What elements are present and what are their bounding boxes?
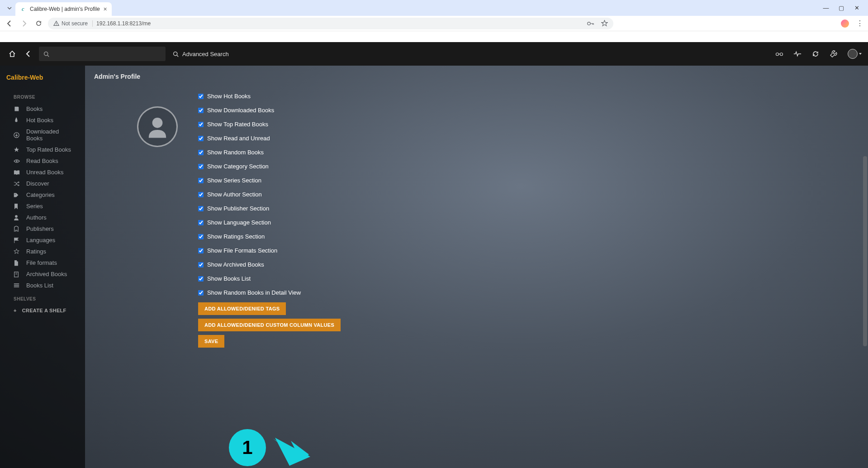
checkbox-show-books-list[interactable] (198, 276, 204, 282)
checkbox-row-show-file-formats-section: Show File Formats Section (198, 244, 605, 258)
checkbox-show-series-section[interactable] (198, 178, 204, 183)
search-input[interactable] (39, 47, 166, 61)
scrollbar-thumb[interactable] (863, 156, 867, 346)
annotation-arrow-icon (266, 430, 316, 466)
browse-section-label: BROWSE (0, 89, 85, 103)
sidebar-item-label: Languages (26, 237, 55, 244)
checkbox-show-language-section[interactable] (198, 220, 204, 225)
refresh-icon[interactable] (811, 50, 820, 58)
add-allowed-denied-columns-button[interactable]: ADD ALLOWED/DENIED CUSTOM COLUMN VALUES (198, 319, 341, 331)
user-avatar-icon (848, 49, 858, 59)
maximize-icon[interactable]: ▢ (838, 5, 844, 11)
star-o-icon (14, 248, 20, 254)
home-icon[interactable] (6, 48, 18, 60)
sidebar-item-label: Discover (26, 180, 49, 187)
heartbeat-icon[interactable] (793, 50, 802, 58)
advanced-search-label: Advanced Search (182, 51, 229, 57)
checkbox-label: Show Books List (207, 275, 251, 282)
add-allowed-denied-tags-button[interactable]: ADD ALLOWED/DENIED TAGS (198, 302, 286, 315)
svg-point-1 (56, 24, 57, 25)
sidebar-item-books[interactable]: Books (0, 103, 85, 115)
search-icon (43, 51, 49, 57)
sidebar-item-read-books[interactable]: Read Books (0, 155, 85, 167)
sidebar-item-top-rated-books[interactable]: Top Rated Books (0, 144, 85, 155)
checkbox-row-show-random-books-in-detail-view: Show Random Books in Detail View (198, 286, 605, 300)
header-back-icon[interactable] (23, 48, 34, 60)
sidebar-item-unread-books[interactable]: Unread Books (0, 167, 85, 178)
checkbox-label: Show File Formats Section (207, 247, 277, 254)
sidebar-item-label: Hot Books (26, 117, 53, 124)
sidebar-item-label: Categories (26, 191, 55, 198)
svg-point-2 (588, 22, 590, 24)
window-controls: — ▢ ✕ (823, 5, 868, 16)
chrome-profile-avatar[interactable] (841, 19, 849, 28)
checkbox-row-show-top-rated-books: Show Top Rated Books (198, 117, 605, 131)
checkbox-show-read-and-unread[interactable] (198, 136, 204, 141)
sidebar: Calibre-Web BROWSE BooksHot BooksDownloa… (0, 66, 85, 468)
close-window-icon[interactable]: ✕ (854, 5, 860, 11)
bookmark-star-icon[interactable] (601, 20, 608, 27)
sidebar-item-authors[interactable]: Authors (0, 212, 85, 223)
sidebar-item-archived-books[interactable]: Archived Books (0, 268, 85, 280)
url-text: 192.168.1.18:8213/me (96, 20, 151, 27)
checkbox-show-file-formats-section[interactable] (198, 248, 204, 253)
reload-icon[interactable] (33, 19, 43, 29)
sidebar-item-publishers[interactable]: Publishers (0, 223, 85, 234)
building-icon (14, 226, 20, 232)
checkbox-show-archived-books[interactable] (198, 262, 204, 267)
sidebar-item-label: Downloaded Books (26, 128, 71, 142)
checkbox-show-publisher-section[interactable] (198, 206, 204, 211)
close-tab-icon[interactable]: × (104, 6, 107, 12)
sidebar-item-series[interactable]: Series (0, 201, 85, 212)
sidebar-item-hot-books[interactable]: Hot Books (0, 115, 85, 126)
sidebar-item-books-list[interactable]: Books List (0, 280, 85, 291)
app-header: Advanced Search (0, 42, 868, 66)
annotation-callout: 1 (229, 429, 316, 466)
list-icon (14, 283, 20, 288)
sidebar-item-downloaded-books[interactable]: Downloaded Books (0, 126, 85, 144)
sidebar-item-languages[interactable]: Languages (0, 234, 85, 246)
checkbox-label: Show Series Section (207, 177, 261, 184)
browser-toolbar: Not secure 192.168.1.18:8213/me ⋮ (0, 16, 868, 31)
tab-list-dropdown-icon[interactable] (5, 4, 14, 12)
checkbox-show-category-section[interactable] (198, 164, 204, 169)
sidebar-item-label: Ratings (26, 248, 46, 255)
caret-down-icon (859, 53, 862, 55)
sidebar-item-ratings[interactable]: Ratings (0, 246, 85, 257)
sidebar-item-label: Authors (26, 214, 47, 221)
checkbox-show-hot-books[interactable] (198, 94, 204, 99)
svg-point-11 (15, 194, 16, 195)
chrome-menu-icon[interactable]: ⋮ (856, 19, 863, 28)
annotation-number: 1 (242, 437, 252, 458)
browser-tab[interactable]: c Calibre-Web | admin's Profile × (15, 2, 112, 16)
checkbox-show-author-section[interactable] (198, 192, 204, 197)
checkbox-show-top-rated-books[interactable] (198, 122, 204, 127)
sidebar-item-file-formats[interactable]: File formats (0, 257, 85, 268)
shuffle-icon (14, 181, 20, 186)
plus-icon: + (14, 308, 17, 313)
annotation-number-badge: 1 (229, 429, 266, 466)
svg-point-3 (44, 52, 48, 55)
checkbox-show-ratings-section[interactable] (198, 234, 204, 239)
user-icon (14, 215, 20, 220)
save-button[interactable]: SAVE (198, 335, 224, 348)
advanced-search-link[interactable]: Advanced Search (173, 51, 229, 57)
tab-title: Calibre-Web | admin's Profile (30, 6, 100, 12)
minimize-icon[interactable]: — (823, 5, 829, 11)
sidebar-item-discover[interactable]: Discover (0, 178, 85, 189)
password-key-icon[interactable] (587, 20, 594, 27)
checkbox-show-random-books[interactable] (198, 150, 204, 155)
nav-back-icon[interactable] (5, 19, 14, 29)
checkbox-show-random-books-in-detail-view[interactable] (198, 290, 204, 296)
vertical-scrollbar[interactable] (862, 66, 868, 468)
checkbox-show-downloaded-books[interactable] (198, 108, 204, 113)
shelves-section-label: SHELVES (0, 291, 85, 305)
wrench-icon[interactable] (830, 50, 838, 58)
create-shelf-button[interactable]: + CREATE A SHELF (0, 305, 85, 316)
user-menu[interactable] (848, 49, 862, 59)
glasses-icon[interactable] (775, 50, 783, 58)
brand-label[interactable]: Calibre-Web (0, 74, 85, 89)
address-bar[interactable]: Not secure 192.168.1.18:8213/me (48, 18, 613, 29)
sidebar-item-categories[interactable]: Categories (0, 189, 85, 201)
security-chip[interactable]: Not secure (53, 20, 93, 27)
